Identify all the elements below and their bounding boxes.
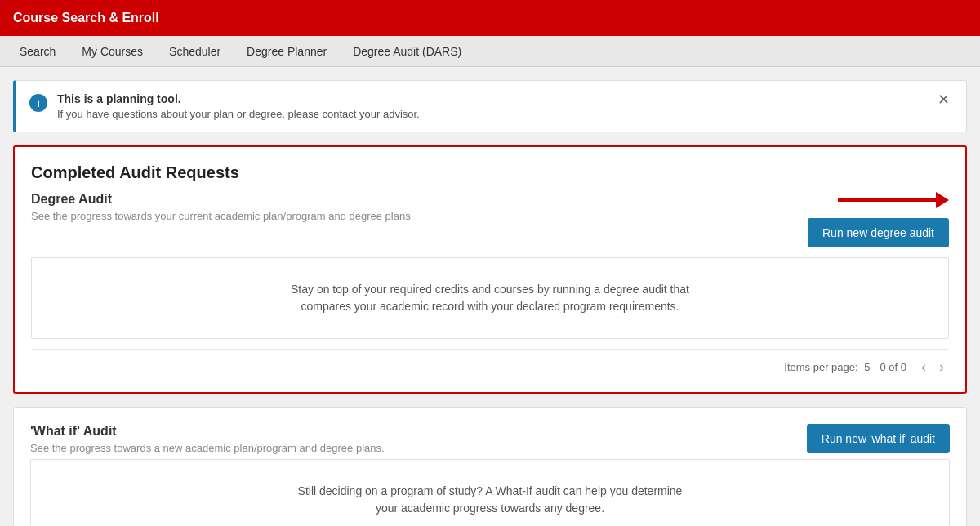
whatif-audit-card: 'What if' Audit See the progress towards… [13,407,967,526]
degree-audit-page-count: 0 of 0 [880,361,906,373]
nav-degree-planner[interactable]: Degree Planner [234,38,340,65]
whatif-empty-box: Still deciding on a program of study? A … [30,459,950,526]
main-content: i This is a planning tool. If you have q… [0,67,980,526]
whatif-title: 'What if' Audit [30,424,385,439]
whatif-empty-text: Still deciding on a program of study? A … [298,483,683,517]
section-title: Completed Audit Requests [31,163,949,182]
app-header: Course Search & Enroll [0,0,980,36]
degree-audit-header: Degree Audit See the progress towards yo… [31,192,949,247]
app-title: Course Search & Enroll [13,11,159,25]
items-per-page-label: Items per page: 5 [784,361,870,373]
whatif-left: 'What if' Audit See the progress towards… [30,424,385,454]
run-new-degree-audit-button[interactable]: Run new degree audit [808,218,949,247]
arrow-head [936,192,949,208]
info-banner: i This is a planning tool. If you have q… [13,80,967,132]
prev-page-button[interactable]: ‹ [916,358,931,376]
close-banner-button[interactable]: ✕ [934,92,953,107]
whatif-subtitle: See the progress towards a new academic … [30,442,385,454]
arrow-line [838,198,936,202]
run-new-whatif-audit-button[interactable]: Run new 'what if' audit [807,424,950,453]
next-page-button[interactable]: › [934,358,949,376]
info-icon: i [29,94,47,112]
whatif-header-row: 'What if' Audit See the progress towards… [30,424,950,454]
degree-audit-subtitle: See the progress towards your current ac… [31,210,808,222]
red-arrow [838,192,949,208]
nav-bar: Search My Courses Scheduler Degree Plann… [0,36,980,67]
nav-search[interactable]: Search [7,38,69,65]
degree-audit-right: Run new degree audit [808,192,949,247]
degree-audit-empty-text: Stay on top of your required credits and… [291,281,689,315]
nav-my-courses[interactable]: My Courses [69,38,156,65]
degree-audit-empty-box: Stay on top of your required credits and… [31,257,949,339]
info-banner-subtitle: If you have questions about your plan or… [57,108,934,120]
info-banner-text: This is a planning tool. If you have que… [57,92,934,120]
info-banner-title: This is a planning tool. [57,92,934,105]
degree-audit-title: Degree Audit [31,192,808,207]
nav-scheduler[interactable]: Scheduler [156,38,234,65]
nav-degree-audit-dars[interactable]: Degree Audit (DARS) [340,38,474,65]
pagination-nav: ‹ › [916,358,949,376]
degree-audit-pagination: Items per page: 5 0 of 0 ‹ › [31,349,949,376]
degree-audit-left: Degree Audit See the progress towards yo… [31,192,808,222]
degree-audit-card: Completed Audit Requests Degree Audit Se… [13,145,967,394]
